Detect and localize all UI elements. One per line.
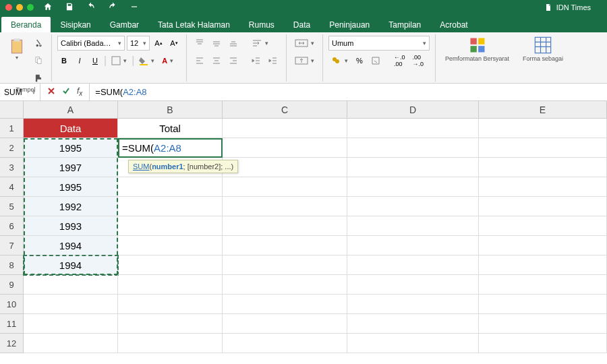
cell-A6[interactable]: 1993 xyxy=(24,216,118,236)
tab-data[interactable]: Data xyxy=(284,17,320,32)
tab-acrobat[interactable]: Acrobat xyxy=(430,17,477,32)
row-header-7[interactable]: 7 xyxy=(0,236,24,255)
cell-D6[interactable] xyxy=(347,216,479,236)
cell-B4[interactable] xyxy=(118,177,223,197)
decrease-indent-button[interactable] xyxy=(249,53,264,68)
row-header-2[interactable]: 2 xyxy=(0,138,24,158)
cell-C2[interactable] xyxy=(223,138,347,158)
row-header-5[interactable]: 5 xyxy=(0,197,24,216)
comma-button[interactable] xyxy=(368,53,383,68)
row-header-4[interactable]: 4 xyxy=(0,177,24,197)
cell-B10[interactable] xyxy=(118,295,223,314)
bold-button[interactable]: B xyxy=(57,53,71,68)
font-family-select[interactable]: Calibri (Bada…▾ xyxy=(57,36,125,51)
cell-D4[interactable] xyxy=(347,177,479,197)
italic-button[interactable]: I xyxy=(73,53,86,68)
maximize-window-button[interactable] xyxy=(27,4,34,11)
cell-E10[interactable] xyxy=(479,295,607,314)
cut-button[interactable] xyxy=(31,36,46,51)
row-header-9[interactable]: 9 xyxy=(0,275,24,295)
home-icon[interactable] xyxy=(43,2,53,13)
cell-A2[interactable]: 1995 xyxy=(24,138,118,158)
formula-input[interactable]: =SUM(A2:A8 xyxy=(90,87,607,97)
save-icon[interactable] xyxy=(65,2,74,13)
cell-A9[interactable] xyxy=(24,275,118,295)
fill-color-button[interactable]: ▾ xyxy=(136,53,157,68)
align-top-button[interactable] xyxy=(192,36,207,51)
tab-tata-letak[interactable]: Tata Letak Halaman xyxy=(148,17,239,32)
cell-B9[interactable] xyxy=(118,275,223,295)
tab-rumus[interactable]: Rumus xyxy=(239,17,284,32)
wrap-text-button[interactable]: ▾ xyxy=(249,36,271,51)
cell-D12[interactable] xyxy=(347,334,479,353)
cell-D10[interactable] xyxy=(347,295,479,314)
cell-B1[interactable]: Total xyxy=(118,119,223,138)
cell-A12[interactable] xyxy=(24,334,118,353)
increase-decimal-button[interactable]: ←.0.00 xyxy=(391,53,408,68)
row-header-3[interactable]: 3 xyxy=(0,158,24,177)
fx-icon[interactable]: fx xyxy=(77,86,82,97)
col-header-E[interactable]: E xyxy=(479,101,607,119)
tab-gambar[interactable]: Gambar xyxy=(100,17,148,32)
cell-E9[interactable] xyxy=(479,275,607,295)
tooltip-fn[interactable]: SUM xyxy=(133,162,149,171)
tab-peninjauan[interactable]: Peninjauan xyxy=(320,17,379,32)
align-bottom-button[interactable] xyxy=(226,36,241,51)
confirm-formula-button[interactable] xyxy=(62,87,70,97)
cell-A7[interactable]: 1994 xyxy=(24,236,118,255)
cell-E2[interactable] xyxy=(479,138,607,158)
cell-D8[interactable] xyxy=(347,255,479,275)
cell-A8[interactable]: 1994 xyxy=(24,255,118,275)
format-as-table-button[interactable]: Forma sebagai xyxy=(519,36,567,63)
cancel-formula-button[interactable] xyxy=(47,87,55,97)
font-color-button[interactable]: A▾ xyxy=(159,53,176,68)
redo-icon[interactable] xyxy=(108,2,117,13)
row-header-1[interactable]: 1 xyxy=(0,119,24,138)
underline-button[interactable]: U xyxy=(88,53,102,68)
cell-E6[interactable] xyxy=(479,216,607,236)
increase-font-button[interactable]: A▴ xyxy=(152,36,165,51)
cell-A1[interactable]: Data xyxy=(24,119,118,138)
cell-E11[interactable] xyxy=(479,314,607,334)
name-box[interactable]: SUM ▲▼ xyxy=(0,84,40,100)
row-header-8[interactable]: 8 xyxy=(0,255,24,275)
conditional-format-button[interactable]: Pemformatan Bersyarat xyxy=(441,36,513,63)
cell-C6[interactable] xyxy=(223,216,347,236)
cell-B2[interactable]: =SUM(A2:A8 xyxy=(118,138,223,158)
tab-tampilan[interactable]: Tampilan xyxy=(379,17,430,32)
cell-C8[interactable] xyxy=(223,255,347,275)
row-header-10[interactable]: 10 xyxy=(0,295,24,314)
align-middle-button[interactable] xyxy=(209,36,224,51)
decrease-decimal-button[interactable]: .00→.0 xyxy=(410,53,427,68)
cell-B11[interactable] xyxy=(118,314,223,334)
cell-D3[interactable] xyxy=(347,158,479,177)
cell-C11[interactable] xyxy=(223,314,347,334)
col-header-B[interactable]: B xyxy=(118,101,223,119)
cell-E7[interactable] xyxy=(479,236,607,255)
cell-B8[interactable] xyxy=(118,255,223,275)
cell-D7[interactable] xyxy=(347,236,479,255)
cell-D5[interactable] xyxy=(347,197,479,216)
cell-A3[interactable]: 1997 xyxy=(24,158,118,177)
align-left-button[interactable] xyxy=(192,53,207,68)
cell-E12[interactable] xyxy=(479,334,607,353)
border-button[interactable]: ▾ xyxy=(109,53,129,68)
tab-sisipkan[interactable]: Sisipkan xyxy=(51,17,100,32)
cell-C12[interactable] xyxy=(223,334,347,353)
cell-A5[interactable]: 1992 xyxy=(24,197,118,216)
tab-beranda[interactable]: Beranda xyxy=(1,17,51,32)
cell-C10[interactable] xyxy=(223,295,347,314)
merge-cells-button[interactable]: ▾ xyxy=(292,36,317,51)
decrease-font-button[interactable]: A▾ xyxy=(167,36,181,51)
merge-center-button[interactable]: ▾ xyxy=(292,53,317,68)
minimize-window-button[interactable] xyxy=(16,4,23,11)
cell-B12[interactable] xyxy=(118,334,223,353)
cell-C7[interactable] xyxy=(223,236,347,255)
cell-E1[interactable] xyxy=(479,119,607,138)
cell-A10[interactable] xyxy=(24,295,118,314)
col-header-D[interactable]: D xyxy=(347,101,479,119)
row-header-12[interactable]: 12 xyxy=(0,334,24,353)
cell-C5[interactable] xyxy=(223,197,347,216)
cell-D1[interactable] xyxy=(347,119,479,138)
cell-B5[interactable] xyxy=(118,197,223,216)
